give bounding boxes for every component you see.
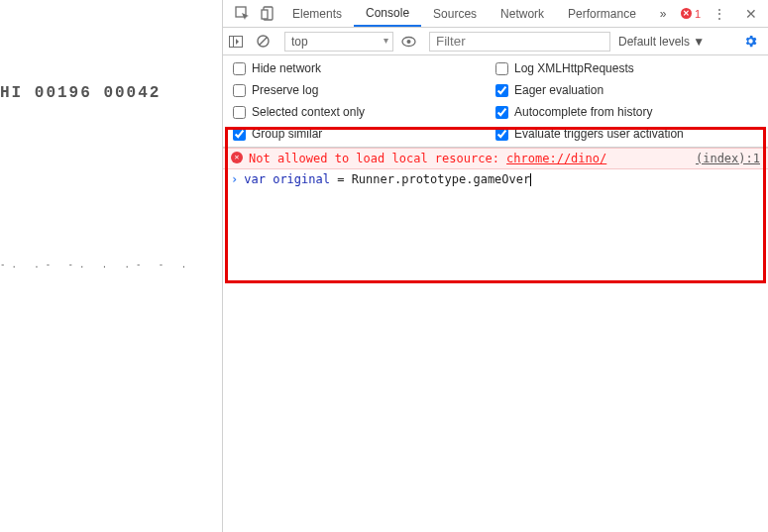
error-count: 1 bbox=[695, 8, 701, 20]
console-settings-panel: Hide network Log XMLHttpRequests Preserv… bbox=[223, 55, 768, 148]
tab-elements[interactable]: Elements bbox=[280, 0, 354, 27]
setting-hide-network[interactable]: Hide network bbox=[233, 61, 495, 75]
checkbox-autocomplete-history[interactable] bbox=[495, 106, 508, 119]
prompt-icon: › bbox=[231, 170, 238, 188]
tab-performance[interactable]: Performance bbox=[556, 0, 648, 27]
console-settings-icon[interactable] bbox=[743, 34, 762, 49]
close-devtools-icon[interactable]: ✕ bbox=[738, 6, 764, 22]
svg-point-9 bbox=[407, 40, 411, 44]
log-levels-select[interactable]: Default levels ▼ bbox=[618, 35, 705, 49]
error-message: Not allowed to load local resource: chro… bbox=[249, 150, 606, 167]
error-source-link[interactable]: (index):1 bbox=[696, 150, 760, 167]
devtools-tabbar: Elements Console Sources Network Perform… bbox=[223, 0, 768, 28]
tab-console[interactable]: Console bbox=[354, 0, 421, 27]
error-dot-icon: ✕ bbox=[681, 8, 692, 19]
setting-group-similar[interactable]: Group similar bbox=[233, 127, 495, 141]
checkbox-eager-eval[interactable] bbox=[495, 84, 508, 97]
console-input-text[interactable]: var original = Runner.prototype.gameOver bbox=[244, 170, 531, 188]
error-url[interactable]: chrome://dino/ bbox=[506, 152, 606, 165]
checkbox-eval-triggers[interactable] bbox=[495, 128, 508, 141]
inspect-element-icon[interactable] bbox=[229, 0, 255, 27]
console-toolbar: top Default levels ▼ bbox=[223, 28, 768, 55]
svg-line-7 bbox=[260, 38, 267, 45]
log-levels-label: Default levels ▼ bbox=[618, 35, 705, 49]
console-body[interactable]: ✕ Not allowed to load local resource: ch… bbox=[223, 148, 768, 532]
filter-input[interactable] bbox=[429, 32, 610, 52]
clear-console-icon[interactable] bbox=[257, 35, 276, 48]
checkbox-hide-network[interactable] bbox=[233, 62, 246, 75]
context-selector[interactable]: top bbox=[284, 32, 393, 52]
context-selector-value: top bbox=[291, 35, 308, 49]
tab-sources[interactable]: Sources bbox=[421, 0, 489, 27]
tab-network[interactable]: Network bbox=[489, 0, 556, 27]
live-expression-icon[interactable] bbox=[401, 36, 421, 48]
kebab-menu-icon[interactable]: ⋮ bbox=[707, 6, 732, 22]
svg-rect-2 bbox=[262, 10, 268, 19]
setting-preserve-log[interactable]: Preserve log bbox=[233, 83, 495, 97]
checkbox-log-xhr[interactable] bbox=[495, 62, 508, 75]
toggle-device-icon[interactable] bbox=[255, 0, 280, 27]
checkbox-selected-context[interactable] bbox=[233, 106, 246, 119]
setting-selected-context[interactable]: Selected context only bbox=[233, 105, 495, 119]
console-error-row[interactable]: ✕ Not allowed to load local resource: ch… bbox=[223, 148, 768, 169]
page-content[interactable]: HI 00196 00042 -. .- -. . .- - . bbox=[0, 0, 223, 532]
devtools-panel: Elements Console Sources Network Perform… bbox=[223, 0, 768, 532]
dino-ground: -. .- -. . .- - . bbox=[0, 260, 202, 269]
console-input-row[interactable]: › var original = Runner.prototype.gameOv… bbox=[223, 169, 768, 189]
checkbox-group-similar[interactable] bbox=[233, 128, 246, 141]
error-icon: ✕ bbox=[231, 152, 243, 163]
error-counter[interactable]: ✕ 1 bbox=[681, 8, 701, 20]
svg-marker-5 bbox=[236, 39, 239, 45]
setting-log-xhr[interactable]: Log XMLHttpRequests bbox=[495, 61, 758, 75]
setting-autocomplete-history[interactable]: Autocomplete from history bbox=[495, 105, 758, 119]
tabs-overflow[interactable]: » bbox=[648, 0, 679, 27]
text-cursor bbox=[530, 173, 531, 186]
setting-eval-triggers[interactable]: Evaluate triggers user activation bbox=[495, 127, 758, 141]
setting-eager-eval[interactable]: Eager evaluation bbox=[495, 83, 758, 97]
console-sidebar-toggle-icon[interactable] bbox=[229, 36, 249, 48]
dino-score: HI 00196 00042 bbox=[0, 84, 161, 102]
checkbox-preserve-log[interactable] bbox=[233, 84, 246, 97]
